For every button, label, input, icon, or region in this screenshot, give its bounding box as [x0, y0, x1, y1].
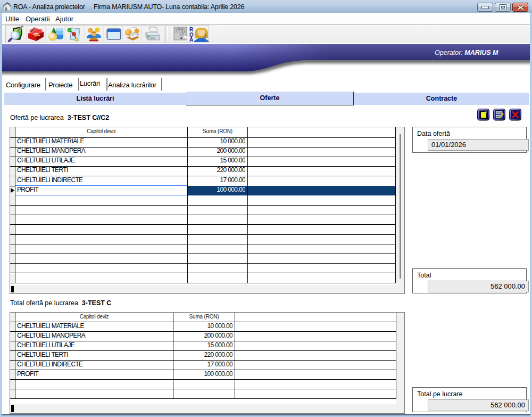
svg-text:A: A: [189, 37, 193, 42]
svg-text:Operator: MARIUS M: Operator: MARIUS M: [435, 49, 498, 56]
